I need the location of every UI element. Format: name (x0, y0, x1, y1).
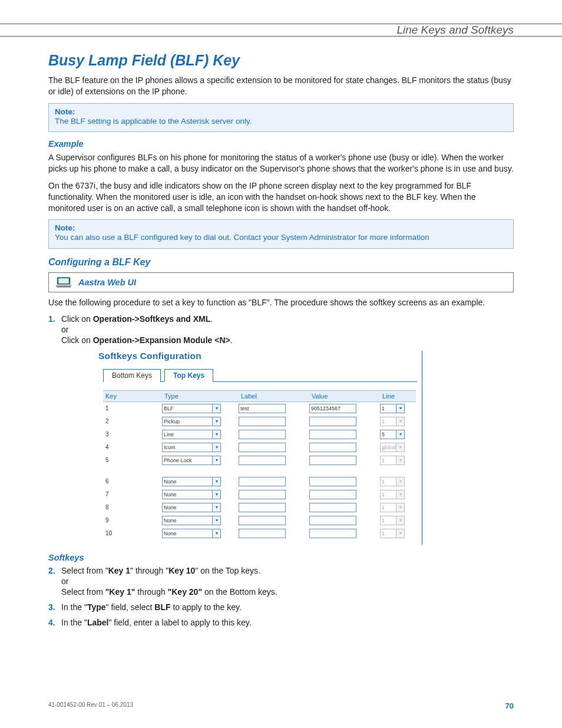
type-select[interactable]: None▾ (162, 529, 221, 538)
label-input[interactable] (239, 404, 286, 413)
example-paragraph-2: On the 6737i, the busy and idle indicato… (48, 180, 514, 214)
type-select[interactable]: None▾ (162, 503, 221, 512)
line-select[interactable]: 5▾ (380, 430, 405, 439)
col-key: Key (103, 391, 162, 401)
line-select: 1▾ (380, 456, 405, 465)
page-content: Busy Lamp Field (BLF) Key The BLF featur… (48, 52, 514, 633)
table-row: 2Pickup▾1▾ (103, 415, 416, 428)
tab-bottom-keys[interactable]: Bottom Keys (103, 369, 161, 382)
type-select[interactable]: BLF▾ (162, 404, 221, 413)
example-paragraph-1: A Supervisor configures BLFs on his phon… (48, 152, 514, 174)
step-number: 4. (48, 618, 55, 627)
value-input[interactable] (309, 490, 356, 499)
example-heading: Example (48, 139, 514, 149)
type-select[interactable]: Pickup▾ (162, 417, 221, 426)
key-number: 9 (103, 517, 162, 523)
softkeys-config-screenshot: Softkeys Configuration Bottom Keys Top K… (92, 351, 422, 545)
label-input[interactable] (239, 456, 286, 465)
laptop-icon (49, 273, 78, 292)
label-input[interactable] (239, 417, 286, 426)
value-input[interactable] (309, 503, 356, 512)
key-number: 8 (103, 504, 162, 510)
type-select[interactable]: Icom▾ (162, 443, 221, 452)
chevron-down-icon: ▾ (212, 443, 220, 452)
table-row: 3Line▾5▾ (103, 428, 416, 441)
chevron-down-icon: ▾ (212, 404, 220, 413)
value-input[interactable] (309, 516, 356, 525)
chevron-down-icon: ▾ (212, 456, 220, 465)
table-row: 5Phone Lock▾1▾ (103, 454, 416, 467)
chevron-down-icon: ▾ (396, 477, 404, 486)
line-select: global▾ (380, 443, 405, 452)
chevron-down-icon: ▾ (396, 529, 404, 538)
label-input[interactable] (239, 503, 286, 512)
step-1: 1. Click on Operation->Softkeys and XML.… (48, 314, 514, 345)
label-input[interactable] (239, 477, 286, 486)
line-select[interactable]: 1▾ (380, 404, 405, 413)
tab-top-keys[interactable]: Top Keys (164, 369, 213, 382)
procedure-intro: Use the following procedure to set a key… (48, 297, 514, 308)
col-value: Value (309, 391, 380, 401)
type-select[interactable]: None▾ (162, 477, 221, 486)
label-input[interactable] (239, 516, 286, 525)
type-select[interactable]: None▾ (162, 490, 221, 499)
chevron-down-icon: ▾ (396, 404, 404, 413)
chevron-down-icon: ▾ (212, 417, 220, 426)
svg-rect-0 (58, 278, 69, 284)
chevron-down-icon: ▾ (396, 503, 404, 512)
note-label: Note: (55, 107, 507, 116)
step-number: 1. (48, 314, 55, 324)
step-3: 3. In the "Type" field, select BLF to ap… (48, 602, 514, 612)
key-number: 10 (103, 530, 162, 536)
value-input[interactable] (309, 417, 356, 426)
key-number: 4 (103, 444, 162, 450)
chevron-down-icon: ▾ (212, 477, 220, 486)
step-or: or (61, 325, 514, 334)
line-select: 1▾ (380, 516, 405, 525)
chevron-down-icon: ▾ (396, 516, 404, 525)
value-input[interactable] (309, 404, 356, 413)
note-text: The BLF setting is applicable to the Ast… (55, 116, 507, 127)
type-select[interactable]: None▾ (162, 516, 221, 525)
page-footer: 41-001452-00 Rev 01 – 06.2013 70 (48, 701, 514, 710)
line-select: 1▾ (380, 417, 405, 426)
step-text: Click on (61, 314, 93, 324)
note-box-2: Note: You can also use a BLF configured … (48, 219, 514, 248)
step-text: Click on (61, 335, 93, 345)
configuring-heading: Configuring a BLF Key (48, 257, 514, 268)
value-input[interactable] (309, 456, 356, 465)
value-input[interactable] (309, 430, 356, 439)
chevron-down-icon: ▾ (212, 516, 220, 525)
doc-id: 41-001452-00 Rev 01 – 06.2013 (48, 701, 133, 710)
label-input[interactable] (239, 490, 286, 499)
webui-label: Aastra Web UI (78, 278, 136, 287)
value-input[interactable] (309, 443, 356, 452)
config-title: Softkeys Configuration (98, 351, 422, 361)
chevron-down-icon: ▾ (396, 443, 404, 452)
chevron-down-icon: ▾ (212, 430, 220, 439)
page-number: 70 (505, 701, 514, 710)
value-input[interactable] (309, 529, 356, 538)
label-input[interactable] (239, 529, 286, 538)
step-number: 3. (48, 602, 55, 612)
key-number: 1 (103, 405, 162, 411)
tabs-row: Bottom Keys Top Keys (103, 368, 417, 382)
table-header: Key Type Label Value Line (103, 390, 416, 402)
col-label: Label (239, 391, 309, 401)
step-2: 2. Select from "Key 1" through "Key 10" … (48, 566, 514, 597)
softkeys-heading: Softkeys (48, 553, 514, 562)
key-number: 7 (103, 491, 162, 498)
step-number: 2. (48, 566, 55, 575)
type-select[interactable]: Phone Lock▾ (162, 456, 221, 465)
type-select[interactable]: Line▾ (162, 430, 221, 439)
line-select: 1▾ (380, 490, 405, 499)
col-line: Line (380, 391, 415, 401)
label-input[interactable] (239, 443, 286, 452)
value-input[interactable] (309, 477, 356, 486)
chevron-down-icon: ▾ (396, 417, 404, 426)
key-number: 3 (103, 431, 162, 437)
note-label: Note: (55, 223, 507, 232)
table-row: 7None▾1▾ (103, 488, 416, 501)
chevron-down-icon: ▾ (212, 490, 220, 499)
label-input[interactable] (239, 430, 286, 439)
